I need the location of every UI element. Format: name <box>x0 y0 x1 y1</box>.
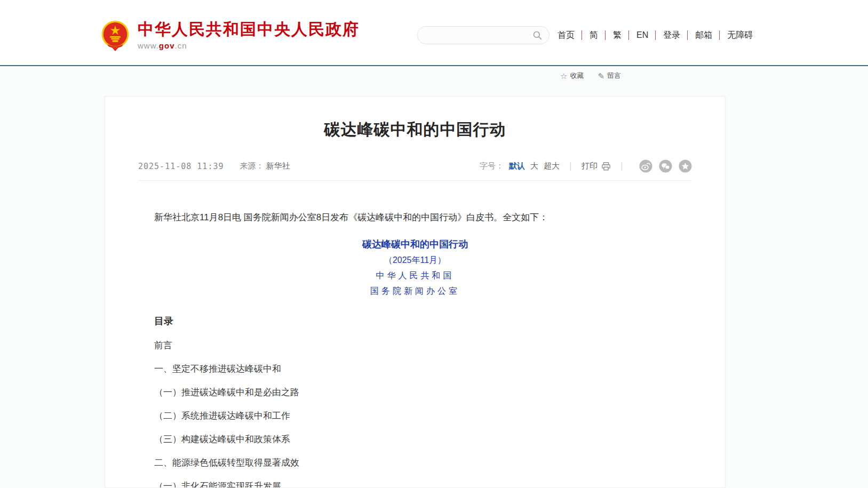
message-button[interactable]: ✎ 留言 <box>598 71 621 81</box>
toc-item: 一、坚定不移推进碳达峰碳中和 <box>154 364 676 374</box>
toc-list: 前言一、坚定不移推进碳达峰碳中和（一）推进碳达峰碳中和是必由之路（二）系统推进碳… <box>154 340 676 488</box>
source-value: 新华社 <box>266 161 290 170</box>
article-title: 碳达峰碳中和的中国行动 <box>105 97 725 139</box>
search-icon[interactable] <box>532 30 543 41</box>
article-card: 碳达峰碳中和的中国行动 2025-11-08 11:39 来源： 新华社 字号：… <box>105 96 726 488</box>
document-issuer-line2: 国务院新闻办公室 <box>105 286 725 297</box>
toc-item: 前言 <box>154 340 676 350</box>
meta-right: 字号： 默认 大 超大 打印 <box>480 159 692 173</box>
site-url: www.gov.cn <box>138 41 360 50</box>
site-title: 中华人民共和国中央人民政府 <box>138 20 360 38</box>
nav-link[interactable]: 邮箱 <box>687 30 712 40</box>
star-icon: ☆ <box>560 72 567 80</box>
document-title: 碳达峰碳中和的中国行动 <box>105 238 725 250</box>
share-icons <box>633 159 692 173</box>
nav-link[interactable]: 登录 <box>655 30 680 40</box>
toc-item: （一）非化石能源实现跃升发展 <box>154 481 676 488</box>
nav-link[interactable]: EN <box>628 30 648 40</box>
font-size-large-button[interactable]: 大 <box>530 161 538 171</box>
toc-item: （一）推进碳达峰碳中和是必由之路 <box>154 387 676 397</box>
font-size-xlarge-button[interactable]: 超大 <box>544 161 560 171</box>
document-date-line: （2025年11月） <box>105 255 725 266</box>
weibo-share-icon[interactable] <box>639 159 652 173</box>
toc-item: （二）系统推进碳达峰碳中和工作 <box>154 411 676 421</box>
print-button[interactable]: 打印 <box>582 161 611 171</box>
logo-text-block: 中华人民共和国中央人民政府 www.gov.cn <box>138 20 360 50</box>
toc-item: （三）构建碳达峰碳中和政策体系 <box>154 434 676 444</box>
source-label: 来源： <box>240 161 264 170</box>
source: 来源： 新华社 <box>240 161 290 171</box>
publish-date: 2025-11-08 11:39 <box>138 162 224 171</box>
pencil-icon: ✎ <box>598 72 604 80</box>
article-meta-row: 2025-11-08 11:39 来源： 新华社 字号： 默认 大 超大 打印 <box>138 159 692 181</box>
font-size-label: 字号： <box>480 161 504 171</box>
site-logo[interactable]: 中华人民共和国中央人民政府 www.gov.cn <box>100 20 360 51</box>
nav-link[interactable]: 繁 <box>605 30 622 40</box>
top-nav: 首页简繁EN登录邮箱无障碍 <box>558 30 753 40</box>
search-box[interactable] <box>417 26 550 44</box>
star-share-icon[interactable] <box>679 159 692 173</box>
nav-link[interactable]: 首页 <box>558 30 575 40</box>
favorite-button[interactable]: ☆ 收藏 <box>560 71 584 81</box>
favorite-label: 收藏 <box>570 71 584 81</box>
toc-title: 目录 <box>154 315 676 327</box>
page-body: ☆ 收藏 ✎ 留言 碳达峰碳中和的中国行动 2025-11-08 11:39 来… <box>0 66 868 488</box>
page-actions: ☆ 收藏 ✎ 留言 <box>560 71 635 81</box>
printer-icon <box>601 162 611 171</box>
divider <box>570 162 571 171</box>
national-emblem-icon <box>100 20 130 51</box>
lead-paragraph: 新华社北京11月8日电 国务院新闻办公室8日发布《碳达峰碳中和的中国行动》白皮书… <box>154 211 676 225</box>
divider <box>622 162 622 171</box>
site-header: 中华人民共和国中央人民政府 www.gov.cn 首页简繁EN登录邮箱无障碍 <box>0 0 868 65</box>
meta-left: 2025-11-08 11:39 来源： 新华社 <box>138 161 290 171</box>
message-label: 留言 <box>607 71 621 81</box>
nav-link[interactable]: 无障碍 <box>719 30 753 40</box>
font-size-default-button[interactable]: 默认 <box>509 161 525 171</box>
document-heading-block: 碳达峰碳中和的中国行动 （2025年11月） 中华人民共和国 国务院新闻办公室 <box>105 238 725 297</box>
print-label: 打印 <box>582 161 598 171</box>
document-issuer-line1: 中华人民共和国 <box>105 270 725 281</box>
wechat-share-icon[interactable] <box>659 159 672 173</box>
toc-item: 二、能源绿色低碳转型取得显著成效 <box>154 458 676 468</box>
nav-link[interactable]: 简 <box>582 30 598 40</box>
search-input[interactable] <box>426 31 532 39</box>
